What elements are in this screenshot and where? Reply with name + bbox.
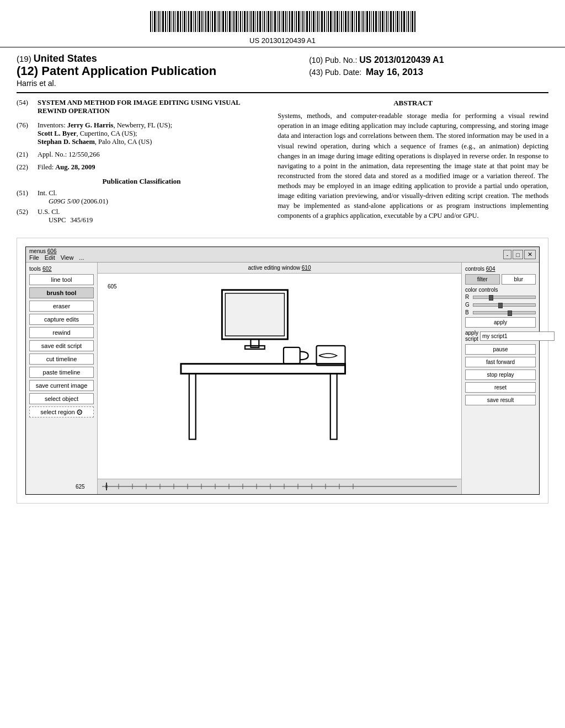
svg-rect-116 bbox=[399, 11, 400, 32]
app-window: menus 606 File Edit View ... - □ ✕ too bbox=[25, 247, 540, 495]
svg-rect-43 bbox=[242, 11, 243, 32]
window-controls: - □ ✕ bbox=[503, 250, 536, 259]
menu-file[interactable]: File bbox=[29, 254, 39, 261]
capture-edits-button[interactable]: capture edits bbox=[29, 314, 94, 325]
svg-rect-130 bbox=[331, 374, 337, 440]
stop-replay-button[interactable]: stop replay bbox=[465, 370, 536, 380]
svg-rect-49 bbox=[255, 11, 256, 32]
save-result-button[interactable]: save result bbox=[465, 395, 536, 405]
svg-rect-6 bbox=[162, 11, 164, 32]
editing-canvas[interactable]: 605 bbox=[98, 274, 461, 479]
svg-rect-83 bbox=[328, 11, 329, 32]
svg-rect-106 bbox=[378, 11, 379, 32]
menu-bar: menus 606 File Edit View ... - □ ✕ bbox=[26, 247, 539, 263]
eraser-button[interactable]: eraser bbox=[29, 301, 94, 312]
select-region-button[interactable]: select region ⮿ bbox=[29, 406, 94, 417]
g-slider-row: G bbox=[465, 302, 536, 308]
timeline-track[interactable] bbox=[102, 480, 457, 494]
svg-rect-72 bbox=[305, 11, 305, 32]
svg-rect-65 bbox=[289, 11, 290, 32]
field-22: (22) Filed: Aug. 28, 2009 bbox=[17, 163, 266, 172]
paste-timeline-button[interactable]: paste timeline bbox=[29, 367, 94, 378]
svg-rect-32 bbox=[218, 11, 220, 32]
b-slider-row: B bbox=[465, 309, 536, 315]
svg-rect-80 bbox=[321, 11, 323, 32]
svg-rect-51 bbox=[259, 11, 261, 32]
timeline-bar[interactable]: 625 bbox=[98, 479, 461, 494]
svg-rect-81 bbox=[324, 11, 325, 32]
rewind-button[interactable]: rewind bbox=[29, 327, 94, 338]
svg-rect-36 bbox=[227, 11, 228, 32]
controls-panel: controls 604 filter blur color controls … bbox=[462, 263, 539, 494]
svg-rect-12 bbox=[175, 11, 176, 32]
svg-rect-94 bbox=[351, 11, 353, 32]
svg-rect-58 bbox=[274, 11, 276, 32]
line-tool-button[interactable]: line tool bbox=[29, 274, 94, 285]
svg-rect-117 bbox=[401, 11, 402, 32]
restore-button[interactable]: □ bbox=[513, 250, 523, 259]
save-current-image-button[interactable]: save current image bbox=[29, 380, 94, 391]
svg-rect-37 bbox=[229, 11, 231, 32]
script-input[interactable] bbox=[480, 331, 555, 341]
reset-button[interactable]: reset bbox=[465, 382, 536, 393]
svg-rect-110 bbox=[386, 11, 387, 32]
svg-rect-91 bbox=[345, 11, 347, 32]
svg-rect-122 bbox=[412, 11, 413, 32]
b-label: B bbox=[465, 309, 471, 315]
g-slider[interactable] bbox=[473, 303, 536, 307]
svg-rect-4 bbox=[158, 11, 159, 32]
filter-button[interactable]: filter bbox=[465, 274, 500, 285]
menu-more[interactable]: ... bbox=[79, 254, 84, 261]
svg-rect-90 bbox=[343, 11, 344, 32]
b-slider[interactable] bbox=[473, 311, 536, 314]
save-edit-script-button[interactable]: save edit script bbox=[29, 340, 94, 351]
cut-timeline-button[interactable]: cut timeline bbox=[29, 354, 94, 365]
brush-tool-button[interactable]: brush tool bbox=[29, 287, 94, 298]
svg-rect-28 bbox=[210, 11, 211, 32]
apply-button[interactable]: apply bbox=[465, 317, 536, 328]
svg-rect-100 bbox=[365, 11, 365, 32]
svg-rect-97 bbox=[358, 11, 360, 32]
inventors-line: Harris et al. bbox=[17, 79, 309, 88]
svg-rect-93 bbox=[350, 11, 350, 32]
menu-edit[interactable]: Edit bbox=[45, 254, 55, 261]
svg-rect-62 bbox=[282, 11, 284, 32]
svg-rect-46 bbox=[249, 11, 249, 32]
svg-rect-102 bbox=[369, 11, 370, 32]
svg-rect-108 bbox=[382, 11, 383, 32]
svg-rect-107 bbox=[380, 11, 381, 32]
menu-label-area: menus 606 File Edit View ... bbox=[29, 248, 84, 261]
svg-rect-114 bbox=[395, 11, 396, 32]
pause-button[interactable]: pause bbox=[465, 344, 536, 355]
svg-rect-33 bbox=[221, 11, 221, 32]
close-button[interactable]: ✕ bbox=[524, 250, 536, 259]
color-controls-label: color controls bbox=[465, 287, 536, 293]
field-54-title: SYSTEM AND METHOD FOR IMAGE EDITING USIN… bbox=[38, 99, 266, 115]
apply-script-label: applyscript bbox=[465, 330, 478, 342]
minimize-button[interactable]: - bbox=[503, 250, 512, 259]
svg-rect-111 bbox=[388, 11, 389, 32]
menu-view[interactable]: View bbox=[61, 254, 74, 261]
field-51: (51) Int. Cl. G09G 5/00 (2006.01) bbox=[17, 189, 266, 206]
field-54: (54) SYSTEM AND METHOD FOR IMAGE EDITING… bbox=[17, 99, 266, 117]
blur-button[interactable]: blur bbox=[502, 274, 536, 285]
svg-rect-82 bbox=[326, 11, 327, 32]
svg-rect-45 bbox=[247, 11, 248, 32]
svg-rect-70 bbox=[301, 11, 301, 32]
barcode-area: US 20130120439 A1 bbox=[0, 0, 565, 47]
svg-rect-105 bbox=[375, 11, 377, 32]
svg-rect-35 bbox=[225, 11, 226, 32]
r-slider[interactable] bbox=[473, 296, 536, 299]
select-object-button[interactable]: select object bbox=[29, 393, 94, 404]
svg-rect-57 bbox=[273, 11, 273, 32]
field-21-label: Appl. No.: bbox=[38, 151, 67, 158]
svg-rect-29 bbox=[212, 11, 213, 32]
title-block: (19) United States (12) Patent Applicati… bbox=[0, 47, 565, 88]
svg-rect-15 bbox=[182, 11, 183, 32]
svg-rect-54 bbox=[266, 11, 266, 32]
fast-forward-button[interactable]: fast forward bbox=[465, 357, 536, 367]
svg-rect-14 bbox=[180, 11, 181, 32]
svg-rect-64 bbox=[287, 11, 288, 32]
svg-rect-101 bbox=[366, 11, 368, 32]
svg-rect-56 bbox=[270, 11, 271, 32]
